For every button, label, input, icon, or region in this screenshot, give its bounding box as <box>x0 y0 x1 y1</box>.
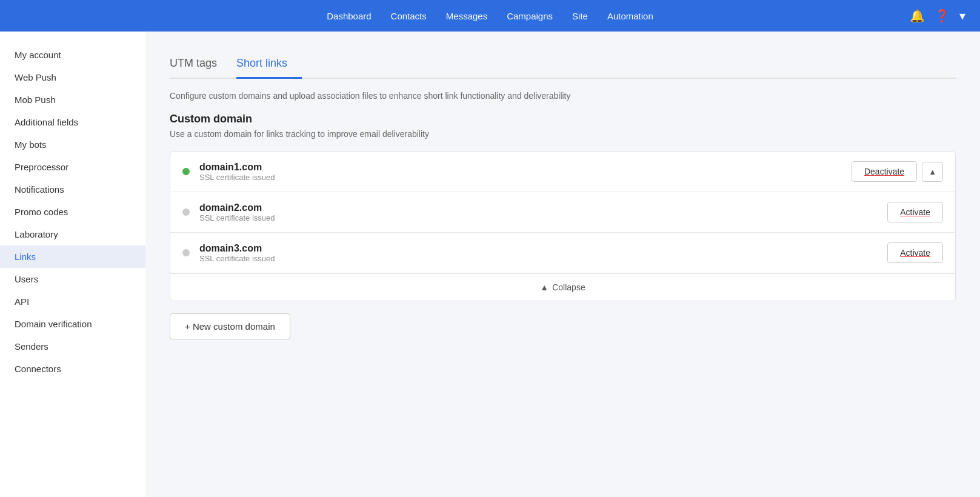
domain-ssl-3: SSL certificate issued <box>199 254 887 263</box>
domain-name-1: domain1.com <box>199 162 852 173</box>
sidebar-item-additional-fields[interactable]: Additional fields <box>0 111 145 133</box>
domain-actions-3: Activate <box>887 242 943 263</box>
new-custom-domain-button[interactable]: + New custom domain <box>170 313 290 339</box>
domain-list-card: domain1.com SSL certificate issued Deact… <box>170 151 956 301</box>
deactivate-button-1[interactable]: Deactivate <box>852 161 917 182</box>
sidebar-item-api[interactable]: API <box>0 290 145 313</box>
domain-row-2: domain2.com SSL certificate issued Activ… <box>170 192 955 233</box>
collapse-row[interactable]: ▲ Collapse <box>170 273 955 301</box>
domain-row-3: domain3.com SSL certificate issued Activ… <box>170 233 955 273</box>
nav-site[interactable]: Site <box>572 11 588 21</box>
domain-row-1: domain1.com SSL certificate issued Deact… <box>170 152 955 192</box>
domain-actions-1: Deactivate ▲ <box>852 161 943 182</box>
sidebar-item-links[interactable]: Links <box>0 245 145 268</box>
domain-info-3: domain3.com SSL certificate issued <box>199 243 887 263</box>
sidebar-item-preprocessor[interactable]: Preprocessor <box>0 156 145 178</box>
sidebar-item-notifications[interactable]: Notifications <box>0 178 145 201</box>
domain-inactive-indicator-3 <box>182 249 190 256</box>
sidebar-item-senders[interactable]: Senders <box>0 335 145 358</box>
nav-links: Dashboard Contacts Messages Campaigns Si… <box>15 11 965 21</box>
top-navigation: Dashboard Contacts Messages Campaigns Si… <box>0 0 980 32</box>
domain-name-2: domain2.com <box>199 202 887 213</box>
domain-info-2: domain2.com SSL certificate issued <box>199 202 887 222</box>
sidebar-item-promo-codes[interactable]: Promo codes <box>0 201 145 223</box>
account-dropdown-icon[interactable]: ▾ <box>959 8 965 23</box>
main-content: UTM tags Short links Configure custom do… <box>145 32 980 497</box>
nav-icon-group: 🔔 ❓ ▾ <box>910 8 965 23</box>
collapse-label: Collapse <box>552 282 585 292</box>
sidebar-item-users[interactable]: Users <box>0 268 145 290</box>
nav-dashboard[interactable]: Dashboard <box>327 11 371 21</box>
sidebar-item-domain-verification[interactable]: Domain verification <box>0 313 145 335</box>
sidebar-item-connectors[interactable]: Connectors <box>0 358 145 380</box>
new-domain-button-label: + New custom domain <box>185 321 275 332</box>
domain-ssl-1: SSL certificate issued <box>199 173 852 182</box>
domain-inactive-indicator-2 <box>182 208 190 216</box>
nav-messages[interactable]: Messages <box>446 11 487 21</box>
tab-short-links[interactable]: Short links <box>236 51 302 79</box>
page-description: Configure custom domains and upload asso… <box>170 91 956 101</box>
tab-bar: UTM tags Short links <box>170 51 956 79</box>
page-layout: My account Web Push Mob Push Additional … <box>0 32 980 497</box>
nav-campaigns[interactable]: Campaigns <box>507 11 553 21</box>
sidebar-item-web-push[interactable]: Web Push <box>0 66 145 88</box>
activate-button-2[interactable]: Activate <box>887 202 943 222</box>
custom-domain-title: Custom domain <box>170 113 956 125</box>
domain-name-3: domain3.com <box>199 243 887 254</box>
domain-actions-2: Activate <box>887 202 943 222</box>
chevron-up-button-1[interactable]: ▲ <box>922 162 943 182</box>
domain-active-indicator-1 <box>182 168 190 175</box>
sidebar-item-laboratory[interactable]: Laboratory <box>0 223 145 245</box>
nav-automation[interactable]: Automation <box>607 11 653 21</box>
sidebar-item-mob-push[interactable]: Mob Push <box>0 88 145 111</box>
sidebar-item-my-account[interactable]: My account <box>0 44 145 66</box>
tab-utm-tags[interactable]: UTM tags <box>170 51 232 79</box>
collapse-chevron-icon: ▲ <box>540 282 548 292</box>
domain-ssl-2: SSL certificate issued <box>199 213 887 222</box>
nav-contacts[interactable]: Contacts <box>391 11 427 21</box>
sidebar: My account Web Push Mob Push Additional … <box>0 32 145 497</box>
sidebar-item-my-bots[interactable]: My bots <box>0 133 145 156</box>
custom-domain-subtitle: Use a custom domain for links tracking t… <box>170 129 956 139</box>
activate-button-3[interactable]: Activate <box>887 242 943 263</box>
help-icon[interactable]: ❓ <box>935 8 950 23</box>
bell-icon[interactable]: 🔔 <box>910 8 925 23</box>
domain-info-1: domain1.com SSL certificate issued <box>199 162 852 182</box>
